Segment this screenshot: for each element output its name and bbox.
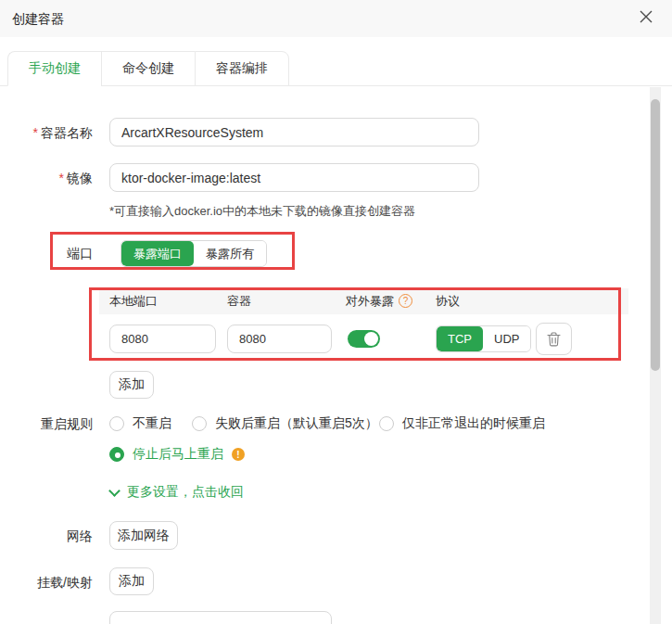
network-label: 网络: [0, 528, 93, 545]
image-input[interactable]: [109, 163, 479, 192]
port-mode-segment: 暴露端口 暴露所有: [120, 240, 267, 267]
tab-manual-create[interactable]: 手动创建: [7, 51, 101, 86]
tab-container-orchestration[interactable]: 容器编排: [195, 51, 289, 86]
tab-command-create[interactable]: 命令创建: [101, 51, 195, 86]
add-port-button[interactable]: 添加: [109, 371, 154, 399]
dialog-header: [0, 0, 672, 37]
add-network-button[interactable]: 添加网络: [109, 521, 178, 550]
protocol-tcp-option[interactable]: TCP: [437, 326, 483, 351]
radio-icon: [192, 416, 207, 431]
help-icon[interactable]: ?: [399, 294, 412, 308]
radio-icon: [379, 416, 394, 431]
container-name-input[interactable]: [109, 118, 479, 146]
mount-mapping-label: 挂载/映射: [0, 575, 93, 592]
close-icon: [639, 9, 653, 24]
container-port-input[interactable]: [227, 325, 332, 353]
dialog-title: 创建容器: [12, 11, 64, 28]
radio-restart-immediately[interactable]: 停止后马上重启 !: [109, 446, 245, 463]
required-asterisk: *: [59, 171, 64, 185]
mount-path-input[interactable]: [109, 611, 332, 624]
warning-icon[interactable]: !: [232, 448, 245, 461]
more-settings-label: 更多设置，点击收回: [127, 484, 244, 501]
port-label: 端口: [0, 246, 93, 262]
radio-restart-abnormal-exit[interactable]: 仅非正常退出的时候重启: [379, 415, 545, 432]
radio-selected-icon: [109, 447, 124, 462]
image-hint: *可直接输入docker.io中的本地未下载的镜像直接创建容器: [109, 203, 415, 220]
local-port-input[interactable]: [109, 325, 216, 353]
restart-rules-label: 重启规则: [0, 416, 93, 433]
col-external-expose: 对外暴露: [346, 288, 394, 314]
toggle-knob: [364, 332, 378, 346]
image-label: *镜像: [0, 171, 93, 187]
chevron-down-icon: [108, 485, 120, 497]
radio-no-restart[interactable]: 不重启: [109, 415, 171, 432]
tabbar: 手动创建 命令创建 容器编排: [7, 51, 289, 86]
protocol-segment: TCP UDP: [436, 325, 531, 352]
radio-icon: [109, 416, 124, 431]
trash-icon: [547, 332, 561, 347]
required-asterisk: *: [33, 125, 38, 140]
protocol-udp-option[interactable]: UDP: [483, 326, 530, 351]
radio-restart-on-failure[interactable]: 失败后重启（默认重启5次）: [192, 415, 378, 432]
delete-port-row-button[interactable]: [536, 323, 572, 355]
expose-ports-option[interactable]: 暴露端口: [121, 241, 194, 266]
add-mount-button[interactable]: 添加: [109, 567, 154, 595]
expose-all-option[interactable]: 暴露所有: [194, 241, 266, 266]
expose-toggle[interactable]: [348, 330, 380, 348]
col-protocol: 协议: [436, 288, 460, 314]
more-settings-toggle[interactable]: 更多设置，点击收回: [110, 484, 244, 501]
col-container-port: 容器: [227, 288, 251, 314]
col-local-port: 本地端口: [109, 288, 158, 314]
scrollbar-thumb[interactable]: [651, 99, 660, 371]
close-button[interactable]: [634, 5, 658, 29]
container-name-label: *容器名称: [0, 125, 93, 142]
